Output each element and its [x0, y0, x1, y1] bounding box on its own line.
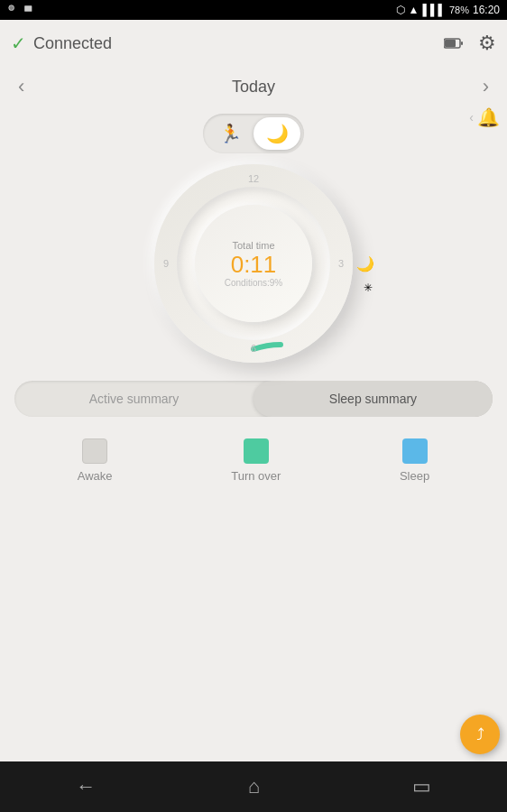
nav-title: Today	[232, 78, 275, 97]
bell-container[interactable]: ‹ 🔔	[469, 106, 500, 128]
mode-toggle-container: 🏃 🌙	[0, 114, 507, 153]
share-floating-button[interactable]: ⤴	[460, 715, 500, 754]
sun-edge-icon: ✳	[364, 281, 373, 294]
battery-svg	[444, 37, 464, 50]
sleep-mode-button[interactable]: 🌙	[254, 117, 300, 150]
sleep-label: Sleep	[400, 469, 429, 483]
status-bar: ⬡ ▲ ▌▌▌ 78% 16:20	[0, 0, 507, 20]
legend-turnover: Turn over	[231, 438, 281, 483]
next-day-button[interactable]: ›	[483, 75, 489, 98]
clock-num-3: 3	[338, 258, 344, 269]
chevron-left-bell-icon: ‹	[469, 110, 474, 125]
clock-section: 12 3 6 9 Total time 0:11 Conditions:9% 🌙…	[145, 164, 362, 363]
moon-edge-icon: 🌙	[356, 255, 374, 272]
summary-tabs: Active summary Sleep summary	[14, 381, 493, 417]
status-bar-left	[7, 4, 36, 16]
sleep-summary-tab[interactable]: Sleep summary	[254, 381, 493, 417]
connected-label: Connected	[33, 34, 112, 53]
awake-color-box	[82, 438, 107, 464]
back-button[interactable]: ←	[76, 775, 96, 798]
clock-outer-ring: 12 3 6 9 Total time 0:11 Conditions:9% 🌙…	[154, 164, 353, 363]
prev-day-button[interactable]: ‹	[18, 75, 24, 98]
connected-check-icon: ✓	[11, 32, 26, 54]
top-bar-left: ✓ Connected	[11, 32, 112, 54]
top-bar-right: ⚙	[444, 32, 496, 55]
status-bar-right: ⬡ ▲ ▌▌▌ 78% 16:20	[396, 4, 500, 16]
bell-icon: 🔔	[477, 106, 500, 128]
legend-sleep: Sleep	[400, 438, 429, 483]
svg-rect-5	[461, 42, 463, 45]
home-button[interactable]: ⌂	[248, 775, 260, 798]
battery-icon[interactable]	[444, 33, 464, 54]
total-time-label: Total time	[232, 240, 274, 251]
mode-toggle-pill[interactable]: 🏃 🌙	[203, 114, 304, 153]
sleep-color-box	[402, 438, 428, 464]
clock-inner-face: Total time 0:11 Conditions:9%	[195, 205, 312, 322]
clock-num-9: 9	[163, 258, 169, 269]
legend-awake: Awake	[78, 438, 113, 483]
recent-apps-button[interactable]: ▭	[412, 775, 431, 798]
settings-icon[interactable]: ⚙	[478, 32, 496, 55]
clock-num-12: 12	[248, 173, 259, 184]
bottom-nav: ← ⌂ ▭	[0, 761, 507, 812]
signal-icon: ▌▌▌	[422, 4, 446, 16]
phone-icon	[7, 4, 20, 16]
bluetooth-icon: ⬡	[396, 4, 405, 16]
clock-middle-ring: Total time 0:11 Conditions:9%	[177, 187, 330, 340]
nav-bar: ‹ Today ›	[0, 67, 507, 106]
svg-rect-2	[24, 5, 32, 11]
legend-container: Awake Turn over Sleep	[18, 438, 489, 483]
active-summary-tab[interactable]: Active summary	[14, 381, 254, 417]
awake-label: Awake	[78, 469, 113, 483]
wifi-icon: ▲	[409, 4, 419, 16]
top-bar: ✓ Connected ⚙	[0, 20, 507, 67]
clock-num-6: 6	[251, 343, 256, 354]
battery-percent: 78%	[449, 5, 469, 15]
total-time-value: 0:11	[231, 253, 277, 276]
status-time: 16:20	[473, 4, 500, 16]
turnover-color-box	[244, 438, 269, 464]
conditions-text: Conditions:9%	[225, 278, 282, 288]
activity-mode-button[interactable]: 🏃	[207, 117, 254, 150]
svg-rect-4	[445, 40, 456, 47]
image-icon	[23, 4, 36, 16]
share-icon: ⤴	[476, 725, 484, 744]
turnover-label: Turn over	[231, 469, 281, 483]
